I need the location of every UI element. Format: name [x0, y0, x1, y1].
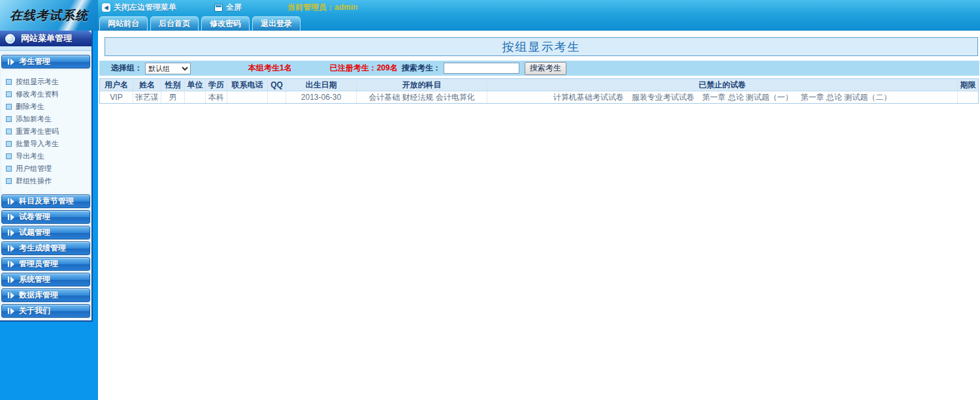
section-arrow-icon [8, 59, 14, 65]
fullscreen-label: 全屏 [226, 2, 242, 13]
sidebar-section-score-mgmt[interactable]: 考生成绩管理 [1, 241, 90, 255]
collapse-left-menu-button[interactable]: ◀ 关闭左边管理菜单 [102, 2, 176, 13]
section-arrow-icon [8, 292, 14, 299]
sidebar-title-bar: 网站菜单管理 [0, 31, 91, 46]
sidebar-item-delete-examinee[interactable]: 删除考生 [6, 100, 90, 113]
sidebar-section-database-mgmt[interactable]: 数据库管理 [1, 288, 90, 302]
col-banned-papers: 已禁止的试卷 [487, 79, 958, 91]
left-column: 网站菜单管理 考生管理 按组显示考生 修改考生资料 [0, 31, 98, 400]
sidebar-title: 网站菜单管理 [21, 33, 72, 44]
collapse-arrow-icon: ◀ [102, 3, 110, 12]
section-label: 科目及章节管理 [19, 196, 74, 207]
col-deadline: 期限 [958, 79, 979, 91]
col-phone: 联系电话 [227, 79, 268, 91]
bullet-icon [6, 178, 12, 184]
table-row: VIP 张艺谋 男 本科 2013-06-30 会计基础 财经法规 会计电算化 … [100, 91, 979, 104]
bullet-icon [6, 166, 12, 172]
sidebar-section-system-mgmt[interactable]: 系统管理 [1, 273, 90, 286]
section-arrow-icon [8, 245, 14, 252]
sidebar-item-user-group-mgmt[interactable]: 用户组管理 [6, 162, 90, 175]
tab-logout[interactable]: 退出登录 [252, 16, 301, 31]
registered-count-label: 已注册考生：209名 [330, 63, 398, 74]
col-education: 学历 [206, 79, 227, 91]
sidebar-section-admin-mgmt[interactable]: 管理员管理 [1, 257, 90, 271]
sidebar-item-show-by-group[interactable]: 按组显示考生 [6, 76, 90, 88]
cell-banned-papers: 计算机基础考试试卷 服装专业考试试卷 第一章 总论 测试题（一） 第一章 总论 … [487, 91, 958, 104]
cell-unit [185, 91, 206, 104]
cell-open-subjects: 会计基础 财经法规 会计电算化 [357, 91, 487, 104]
examinee-table: 用户名 姓名 性别 单位 学历 联系电话 QQ 出生日期 开放的科目 已禁止的试… [99, 78, 979, 104]
fullscreen-icon [214, 4, 223, 12]
sidebar-item-label: 重置考生密码 [16, 127, 59, 136]
cell-username: VIP [100, 91, 133, 104]
page-title: 按组显示考生 [502, 39, 581, 55]
top-header: 在线考试系统 ◀ 关闭左边管理菜单 全屏 当前管理员：admin 网站前台 后台… [0, 0, 980, 31]
cell-education: 本科 [206, 91, 227, 104]
tab-site-front[interactable]: 网站前台 [99, 16, 148, 31]
search-label: 搜索考生： [402, 63, 441, 74]
sidebar-item-label: 导出考生 [16, 151, 44, 161]
sidebar-item-export-examinee[interactable]: 导出考生 [6, 150, 90, 162]
col-unit: 单位 [185, 79, 206, 91]
section-label: 关于我们 [19, 305, 50, 316]
menu-circle-icon [5, 34, 15, 44]
sidebar-item-label: 删除考生 [16, 102, 44, 112]
sidebar-section-subject-chapter-mgmt[interactable]: 科目及章节管理 [1, 194, 90, 208]
sidebar-item-group-operations[interactable]: 群组性操作 [6, 175, 90, 187]
sidebar-item-label: 群组性操作 [16, 176, 52, 186]
bullet-icon [6, 153, 12, 159]
sidebar-section-examinee-mgmt[interactable]: 考生管理 [1, 55, 90, 69]
sidebar-item-add-examinee[interactable]: 添加新考生 [6, 113, 90, 125]
cell-qq [268, 91, 286, 104]
sidebar-section-paper-mgmt[interactable]: 试卷管理 [1, 210, 90, 224]
page-body: 网站菜单管理 考生管理 按组显示考生 修改考生资料 [0, 31, 980, 400]
search-input[interactable] [444, 63, 519, 74]
sidebar-section-question-mgmt[interactable]: 试题管理 [1, 226, 90, 239]
section-arrow-icon [8, 261, 14, 268]
bullet-icon [6, 129, 12, 134]
sidebar-item-label: 添加新考生 [16, 114, 52, 124]
bullet-icon [6, 116, 12, 122]
bullet-icon [6, 141, 12, 147]
section-label: 系统管理 [19, 274, 50, 285]
section-label: 数据库管理 [19, 290, 58, 301]
section-label: 考生管理 [19, 56, 50, 67]
col-open-subjects: 开放的科目 [357, 79, 487, 91]
sidebar-item-label: 批量导入考生 [16, 139, 59, 149]
sidebar-item-edit-examinee[interactable]: 修改考生资料 [6, 88, 90, 100]
section-arrow-icon [8, 308, 14, 315]
table-header-row: 用户名 姓名 性别 单位 学历 联系电话 QQ 出生日期 开放的科目 已禁止的试… [100, 79, 979, 91]
col-gender: 性别 [161, 79, 185, 91]
cell-gender: 男 [161, 91, 185, 104]
sidebar-item-label: 按组显示考生 [16, 77, 59, 87]
section-label: 考生成绩管理 [19, 243, 66, 254]
top-tabs: 网站前台 后台首页 修改密码 退出登录 [98, 15, 980, 31]
col-birthdate: 出生日期 [286, 79, 357, 91]
tab-change-password[interactable]: 修改密码 [201, 16, 250, 31]
top-menu: ◀ 关闭左边管理菜单 全屏 当前管理员：admin [98, 0, 980, 15]
sidebar-section-about-us[interactable]: 关于我们 [1, 304, 90, 318]
sidebar-menu: 考生管理 按组显示考生 修改考生资料 删除考生 [0, 51, 91, 318]
app-logo-text: 在线考试系统 [10, 7, 88, 24]
section-arrow-icon [8, 214, 14, 221]
bullet-icon [6, 104, 12, 110]
group-select-label: 选择组： [111, 63, 142, 74]
sidebar-item-reset-password[interactable]: 重置考生密码 [6, 125, 90, 138]
group-select[interactable]: 默认组 [145, 63, 191, 74]
search-button[interactable]: 搜索考生 [525, 62, 566, 75]
fullscreen-button[interactable]: 全屏 [214, 2, 242, 13]
app-logo: 在线考试系统 [0, 0, 98, 31]
cell-phone [227, 91, 268, 104]
cell-deadline [958, 91, 979, 104]
section-arrow-icon [8, 277, 14, 283]
sidebar-item-label: 修改考生资料 [16, 89, 59, 99]
sidebar-items: 按组显示考生 修改考生资料 删除考生 添加新考生 [1, 70, 90, 192]
sidebar-item-batch-import[interactable]: 批量导入考生 [6, 138, 90, 150]
tab-admin-home[interactable]: 后台首页 [150, 16, 199, 31]
sidebar-item-label: 用户组管理 [16, 164, 52, 174]
cell-name: 张艺谋 [133, 91, 161, 104]
page-title-bar: 按组显示考生 [105, 37, 978, 56]
current-admin-label: 当前管理员：admin [287, 2, 357, 13]
col-qq: QQ [268, 79, 286, 91]
top-bar: ◀ 关闭左边管理菜单 全屏 当前管理员：admin 网站前台 后台首页 修改密码… [98, 0, 980, 31]
